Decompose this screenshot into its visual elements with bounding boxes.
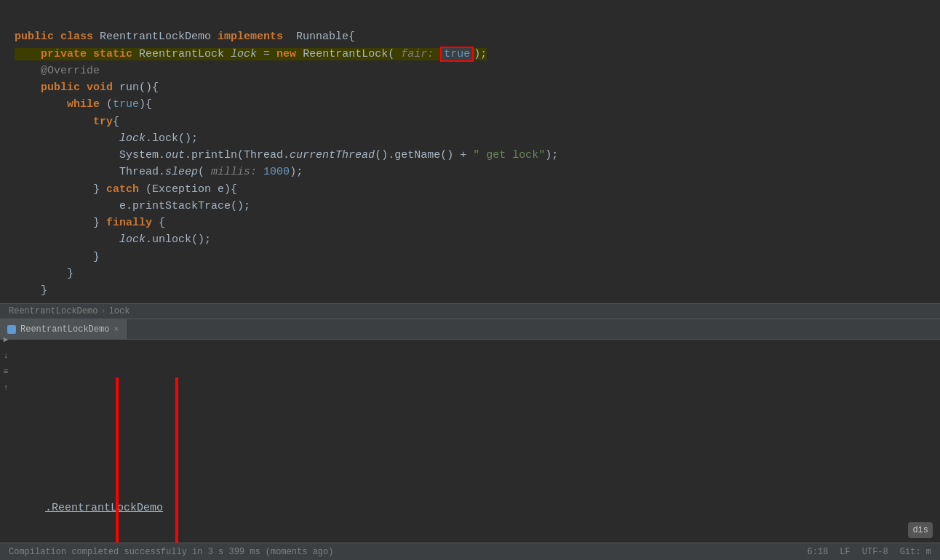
main-content: public class ReentrantLockDemo implement… — [0, 0, 940, 560]
line-while: while (true){ — [15, 98, 152, 111]
line-close-finally: } — [15, 251, 100, 263]
bottom-right-icon[interactable]: dis — [908, 522, 933, 538]
tab-close-button[interactable]: × — [113, 325, 119, 334]
sidebar-up-icon[interactable]: ↑ — [4, 383, 9, 392]
console-output-container: .ReentrantLockDemo Thread-0 get lock Thr… — [45, 377, 940, 543]
sidebar-down-icon[interactable]: ↓ — [4, 351, 9, 360]
status-bar: Compilation completed successfully in 3 … — [0, 543, 940, 560]
breadcrumb-field: lock — [109, 306, 130, 316]
line-ending: LF — [840, 547, 850, 557]
breadcrumb-class: ReentrantLockDemo — [9, 306, 97, 316]
vcs-status: Git: m — [900, 547, 931, 557]
line-catch: } catch (Exception e){ — [15, 183, 237, 196]
breadcrumb: ReentrantLockDemo › lock — [0, 303, 940, 319]
line-close-while: } — [15, 268, 73, 280]
code-block: public class ReentrantLockDemo implement… — [0, 7, 940, 303]
status-right: 6:18 LF UTF-8 Git: m — [808, 547, 931, 557]
line-close-class: } — [15, 284, 47, 297]
icon-label: dis — [912, 525, 928, 535]
line-try: try{ — [15, 116, 119, 128]
true-value-highlight: true — [440, 47, 474, 62]
line-lock-lock: lock.lock(); — [15, 132, 198, 145]
editor-area: public class ReentrantLockDemo implement… — [0, 0, 940, 303]
line-public-class: public class ReentrantLockDemo implement… — [15, 31, 355, 43]
red-column-left — [116, 377, 119, 543]
line-private-static: private static ReentrantLock lock = new … — [15, 48, 487, 60]
line-public-void: public void run(){ — [15, 81, 159, 94]
sidebar-run-icon[interactable]: ▶ — [4, 335, 9, 344]
red-column-right — [175, 377, 178, 543]
console-content: .ReentrantLockDemo Thread-0 get lock Thr… — [0, 340, 940, 543]
line-print-stack: e.printStackTrace(); — [15, 200, 250, 212]
compilation-status: Compilation completed successfully in 3 … — [9, 547, 333, 557]
tab-label: ReentrantLockDemo — [20, 324, 109, 335]
encoding: UTF-8 — [862, 547, 888, 557]
cursor-position: 6:18 — [808, 547, 829, 557]
line-finally: } finally { — [15, 217, 165, 229]
line-thread-sleep: Thread.sleep( millis: 1000); — [15, 166, 303, 178]
console-area: .ReentrantLockDemo Thread-0 get lock Thr… — [0, 340, 940, 543]
line-lock-unlock: lock.unlock(); — [15, 233, 211, 246]
tab-bar: ReentrantLockDemo × — [0, 319, 940, 340]
console-title: .ReentrantLockDemo — [45, 500, 940, 517]
sidebar-menu-icon[interactable]: ≡ — [4, 367, 9, 376]
line-override: @Override — [15, 65, 100, 77]
line-system-out: System.out.println(Thread.currentThread(… — [15, 149, 558, 161]
tab-reentrant-lock-demo[interactable]: ReentrantLockDemo × — [0, 319, 127, 339]
class-icon — [7, 325, 16, 334]
breadcrumb-separator: › — [100, 306, 105, 316]
left-sidebar: ▶ ↓ ≡ ↑ — [0, 335, 12, 392]
